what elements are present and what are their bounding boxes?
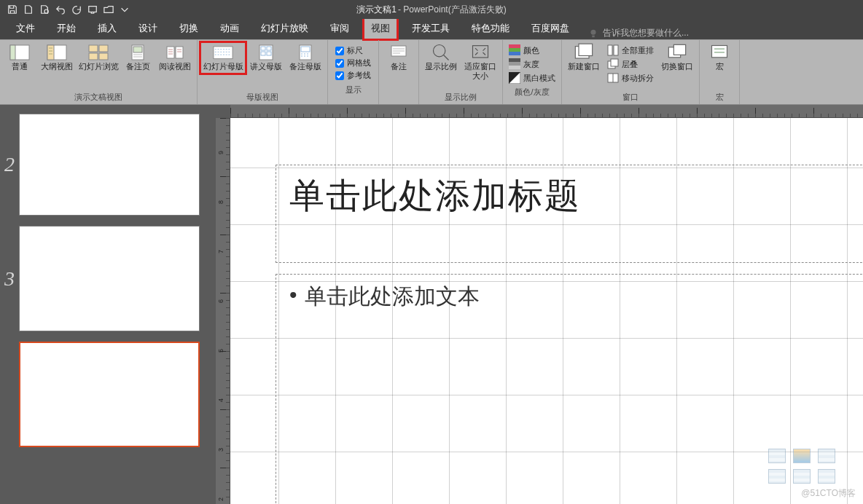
btn-slide-master[interactable]: 幻灯片母版 [200,42,246,74]
btn-zoom[interactable]: 显示比例 [422,42,460,74]
btn-blackwhite[interactable]: 黑白模式 [507,71,557,84]
reading-view-icon [165,44,185,60]
chk-ruler-input[interactable] [335,47,344,55]
svg-rect-9 [89,53,98,60]
ruler-vertical[interactable]: 9 8 7 6 5 4 3 2 [216,118,230,504]
undo-icon[interactable] [54,3,67,16]
btn-switch-window[interactable]: 切换窗口 [658,42,696,74]
svg-rect-25 [473,46,488,58]
fit-window-icon [470,44,491,60]
group-show: 标尺 网格线 参考线 显示 [328,40,379,104]
svg-rect-15 [214,47,233,59]
outline-view-icon [47,44,67,60]
svg-rect-6 [47,45,54,60]
btn-normal-view[interactable]: 普通 [3,42,36,74]
btn-grayscale[interactable]: 灰度 [507,58,557,71]
group-label-presentation-views: 演示文稿视图 [3,91,194,104]
btn-move-split[interactable]: 移动拆分 [606,71,655,84]
svg-rect-14 [176,47,183,58]
slide-thumbnail[interactable] [19,226,200,331]
btn-fit-window[interactable]: 适应窗口大小 [461,42,499,83]
btn-notes-page[interactable]: 备注页 [121,42,155,74]
tab-developer[interactable]: 开发工具 [405,18,457,39]
chk-guides[interactable]: 参考线 [335,70,371,81]
tab-slideshow[interactable]: 幻灯片放映 [254,18,316,39]
chk-gridlines-input[interactable] [335,59,344,68]
slideshow-icon[interactable] [86,3,99,16]
open-folder-icon[interactable] [102,3,115,16]
btn-new-window[interactable]: 新建窗口 [565,42,603,74]
tab-view[interactable]: 视图 [364,18,397,39]
tab-file[interactable]: 文件 [9,18,42,39]
group-notes: 备注 [379,40,419,104]
tab-transitions[interactable]: 切换 [172,18,206,39]
arrange-all-icon [607,44,619,56]
redo-icon[interactable] [70,3,83,16]
btn-arrange-all[interactable]: 全部重排 [606,44,655,57]
tab-special[interactable]: 特色功能 [464,18,517,39]
watermark-icons [768,449,835,484]
slide-sorter-icon [88,44,109,60]
btn-cascade[interactable]: 层叠 [606,58,655,71]
switch-window-icon [667,44,687,60]
slide-thumbnail-panel: 2 3 [0,105,216,504]
svg-rect-31 [509,66,520,69]
tell-me-search[interactable]: 告诉我您想要做什么... [588,27,689,39]
svg-rect-13 [167,47,174,58]
group-label-window: 窗口 [565,91,696,104]
tab-insert[interactable]: 插入 [90,18,124,39]
btn-outline-view[interactable]: 大纲视图 [38,42,76,74]
group-label-color: 颜色/灰度 [506,86,558,99]
svg-point-24 [434,45,445,57]
svg-rect-12 [133,47,142,52]
svg-rect-1 [89,7,97,12]
btn-slide-sorter[interactable]: 幻灯片浏览 [77,42,120,74]
notes-page-icon [128,44,148,60]
svg-rect-42 [712,46,727,58]
btn-color[interactable]: 颜色 [507,44,557,57]
slide[interactable]: 单击此处添加标题 • 单击此处添加文本 [230,118,863,504]
group-macros: 宏 宏 [700,40,740,104]
chk-ruler[interactable]: 标尺 [335,45,371,56]
btn-macros[interactable]: 宏 [703,42,736,74]
body-bullet: • 单击此处添加文本 [289,282,863,312]
tab-animations[interactable]: 动画 [213,18,246,39]
slide-canvas-area[interactable]: 单击此处添加标题 • 单击此处添加文本 [230,118,863,504]
btn-notes-master[interactable]: 备注母版 [286,42,324,74]
group-label-zoom: 显示比例 [422,91,499,104]
bulb-icon [588,28,598,39]
chk-gridlines[interactable]: 网格线 [335,58,371,68]
svg-rect-38 [611,59,618,66]
slide-thumbnail-selected[interactable] [19,342,200,447]
tab-design[interactable]: 设计 [131,18,165,39]
svg-rect-34 [579,44,593,55]
menu-tabs: 文件 开始 插入 设计 切换 动画 幻灯片放映 审阅 视图 开发工具 特色功能 … [0,19,863,39]
ribbon: 普通 大纲视图 幻灯片浏览 备注页 阅读视图 演示文稿视图 [0,39,863,105]
btn-reading-view[interactable]: 阅读视图 [156,42,194,74]
print-preview-icon[interactable] [38,3,51,16]
tab-home[interactable]: 开始 [50,18,83,39]
svg-rect-36 [614,45,618,55]
work-area: 2 3 9 8 7 6 5 4 3 2 单 [0,105,863,504]
ruler-horizontal[interactable] [230,105,863,118]
zoom-icon [431,44,451,60]
group-color: 颜色 灰度 黑白模式 颜色/灰度 [503,40,562,104]
new-icon[interactable] [22,3,35,16]
group-window: 新建窗口 全部重排 层叠 移动拆分 切换窗口 窗口 [562,40,700,104]
quick-access-toolbar [0,3,131,16]
color-icon [509,44,520,56]
cascade-icon [607,58,619,70]
chk-guides-input[interactable] [335,71,344,80]
title-placeholder[interactable]: 单击此处添加标题 [276,165,863,263]
svg-rect-10 [99,53,108,60]
btn-handout-master[interactable]: 讲义母版 [247,42,285,74]
slide-thumbnail[interactable] [19,114,200,216]
save-icon[interactable] [6,3,19,16]
btn-notes[interactable]: 备注 [382,42,415,74]
qat-more-icon[interactable] [118,3,131,16]
tab-baidu[interactable]: 百度网盘 [524,18,577,39]
window-title: 演示文稿1 - PowerPoint(产品激活失败) [356,4,506,16]
tab-review[interactable]: 审阅 [323,18,356,39]
slide-master-icon [213,44,233,60]
doc-title: 演示文稿1 [356,4,397,16]
